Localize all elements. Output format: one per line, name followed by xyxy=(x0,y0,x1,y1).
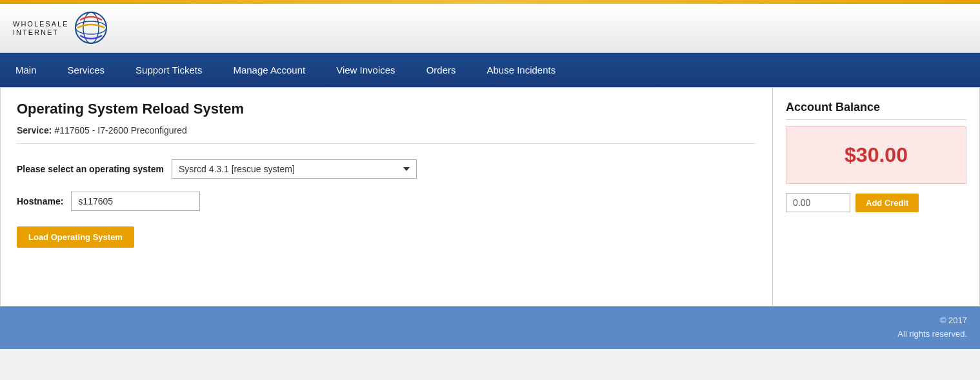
logo-main: WHOLESALE xyxy=(13,20,68,28)
account-balance-title: Account Balance xyxy=(786,101,966,120)
service-label: Service: xyxy=(17,125,52,135)
logo-globe-icon xyxy=(74,10,109,46)
nav-item-orders[interactable]: Orders xyxy=(411,53,472,87)
nav-list: MainServicesSupport TicketsManage Accoun… xyxy=(0,53,980,87)
nav-item-support-tickets[interactable]: Support Tickets xyxy=(120,53,217,87)
service-info: Service: #117605 - I7-2600 Preconfigured xyxy=(17,125,756,144)
content-left: Operating System Reload System Service: … xyxy=(1,88,773,306)
main-content: Operating System Reload System Service: … xyxy=(0,87,980,306)
hostname-label: Hostname: xyxy=(17,196,63,206)
credit-row: Add Credit xyxy=(786,193,966,212)
os-select[interactable]: Sysrcd 4.3.1 [rescue system]CentOS 7 (64… xyxy=(172,159,417,179)
nav-item-main[interactable]: Main xyxy=(0,53,52,87)
nav-item-abuse-incidents[interactable]: Abuse Incidents xyxy=(471,53,571,87)
content-right: Account Balance $30.00 Add Credit xyxy=(773,88,979,306)
balance-box: $30.00 xyxy=(786,126,966,184)
balance-amount: $30.00 xyxy=(799,143,953,167)
hostname-row: Hostname: xyxy=(17,192,756,211)
nav-item-manage-account[interactable]: Manage Account xyxy=(217,53,321,87)
hostname-input[interactable] xyxy=(71,192,200,211)
footer: © 2017 All rights reserved. xyxy=(0,306,980,349)
nav-bar: MainServicesSupport TicketsManage Accoun… xyxy=(0,53,980,87)
credit-input[interactable] xyxy=(786,193,850,212)
add-credit-button[interactable]: Add Credit xyxy=(855,194,919,212)
os-select-row: Please select an operating system Sysrcd… xyxy=(17,159,756,179)
footer-line1: © 2017 xyxy=(13,314,967,328)
footer-line2: All rights reserved. xyxy=(13,328,967,341)
header: WHOLESALE INTERNET xyxy=(0,4,980,53)
load-os-button[interactable]: Load Operating System xyxy=(17,226,134,248)
service-value: #117605 - I7-2600 Preconfigured xyxy=(54,125,186,135)
logo-sub: INTERNET xyxy=(13,28,68,36)
nav-item-services[interactable]: Services xyxy=(52,53,121,87)
os-label: Please select an operating system xyxy=(17,164,164,174)
logo: WHOLESALE INTERNET xyxy=(13,10,109,46)
svg-point-2 xyxy=(75,21,106,34)
logo-text: WHOLESALE INTERNET xyxy=(13,20,68,35)
page-title: Operating System Reload System xyxy=(17,101,756,117)
nav-item-view-invoices[interactable]: View Invoices xyxy=(321,53,410,87)
